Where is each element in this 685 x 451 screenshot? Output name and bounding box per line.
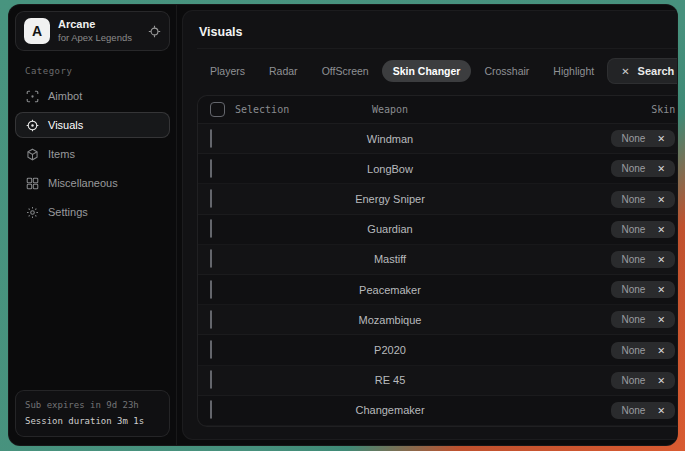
layout-grid-icon bbox=[26, 177, 39, 190]
tab-radar[interactable]: Radar bbox=[258, 60, 309, 82]
skin-value: None bbox=[621, 345, 645, 356]
table-row: RE 45 None ✕ bbox=[198, 366, 678, 396]
row-checkbox[interactable] bbox=[210, 340, 212, 359]
table-row: Changemaker None ✕ bbox=[198, 396, 678, 426]
skin-select-badge[interactable]: None ✕ bbox=[611, 130, 675, 147]
skin-select-badge[interactable]: None ✕ bbox=[611, 160, 675, 177]
eye-crosshair-icon bbox=[26, 119, 39, 132]
sidebar-item-label: Settings bbox=[48, 206, 88, 218]
skin-select-badge[interactable]: None ✕ bbox=[611, 191, 675, 208]
row-selection-cell bbox=[210, 341, 310, 359]
clear-skin-icon[interactable]: ✕ bbox=[657, 284, 665, 295]
skin-cell: None ✕ bbox=[470, 402, 675, 419]
weapon-name: Mastiff bbox=[310, 253, 470, 265]
row-selection-cell bbox=[210, 190, 310, 208]
tab-skin-changer[interactable]: Skin Changer bbox=[382, 60, 472, 82]
row-selection-cell bbox=[210, 130, 310, 148]
skin-value: None bbox=[621, 405, 645, 416]
clear-skin-icon[interactable]: ✕ bbox=[657, 314, 665, 325]
weapon-name: Guardian bbox=[310, 223, 470, 235]
target-icon[interactable] bbox=[148, 25, 161, 38]
main-area: Visuals Players Radar OffScreen Skin Cha… bbox=[177, 5, 678, 445]
search-button[interactable]: ✕ Search bbox=[607, 58, 678, 84]
skin-cell: None ✕ bbox=[470, 372, 675, 389]
skin-cell: None ✕ bbox=[470, 281, 675, 298]
clear-skin-icon[interactable]: ✕ bbox=[657, 254, 665, 265]
skin-cell: None ✕ bbox=[470, 191, 675, 208]
tab-highlight[interactable]: Highlight bbox=[542, 60, 605, 82]
clear-skin-icon[interactable]: ✕ bbox=[657, 405, 665, 416]
clear-skin-icon[interactable]: ✕ bbox=[657, 224, 665, 235]
skin-cell: None ✕ bbox=[470, 130, 675, 147]
tabs-row: Players Radar OffScreen Skin Changer Cro… bbox=[197, 49, 678, 93]
table-row: Guardian None ✕ bbox=[198, 215, 678, 245]
skin-select-badge[interactable]: None ✕ bbox=[611, 221, 675, 238]
skin-value: None bbox=[621, 254, 645, 265]
row-selection-cell bbox=[210, 311, 310, 329]
column-weapon: Weapon bbox=[310, 104, 470, 115]
sidebar-nav: Aimbot Visuals bbox=[15, 83, 170, 225]
table-row: Energy Sniper None ✕ bbox=[198, 184, 678, 214]
skin-cell: None ✕ bbox=[470, 311, 675, 328]
clear-skin-icon[interactable]: ✕ bbox=[657, 133, 665, 144]
sidebar-item-settings[interactable]: Settings bbox=[15, 199, 170, 225]
row-checkbox[interactable] bbox=[210, 370, 212, 389]
row-checkbox[interactable] bbox=[210, 249, 212, 268]
column-skin: Skin bbox=[470, 104, 675, 115]
row-selection-cell bbox=[210, 401, 310, 419]
tab-crosshair[interactable]: Crosshair bbox=[473, 60, 540, 82]
row-checkbox[interactable] bbox=[210, 189, 212, 208]
row-selection-cell bbox=[210, 371, 310, 389]
table-row: Peacemaker None ✕ bbox=[198, 275, 678, 305]
sidebar-item-aimbot[interactable]: Aimbot bbox=[15, 83, 170, 109]
tab-players[interactable]: Players bbox=[199, 60, 256, 82]
skin-value: None bbox=[621, 375, 645, 386]
viewfinder-icon bbox=[26, 90, 39, 103]
sidebar-item-visuals[interactable]: Visuals bbox=[15, 112, 170, 138]
sidebar-item-miscellaneous[interactable]: Miscellaneous bbox=[15, 170, 170, 196]
row-selection-cell bbox=[210, 220, 310, 238]
clear-skin-icon[interactable]: ✕ bbox=[657, 163, 665, 174]
skin-select-badge[interactable]: None ✕ bbox=[611, 311, 675, 328]
skin-cell: None ✕ bbox=[470, 221, 675, 238]
select-all-checkbox[interactable] bbox=[210, 102, 225, 117]
row-checkbox[interactable] bbox=[210, 219, 212, 238]
search-button-label: Search bbox=[638, 65, 675, 77]
row-checkbox[interactable] bbox=[210, 310, 212, 329]
column-selection: Selection bbox=[210, 102, 310, 117]
app-subtitle: for Apex Legends bbox=[58, 32, 140, 44]
weapon-name: Windman bbox=[310, 133, 470, 145]
skin-select-badge[interactable]: None ✕ bbox=[611, 402, 675, 419]
brand-card: A Arcane for Apex Legends bbox=[15, 11, 170, 51]
skin-value: None bbox=[621, 224, 645, 235]
skin-select-badge[interactable]: None ✕ bbox=[611, 372, 675, 389]
skin-value: None bbox=[621, 314, 645, 325]
row-selection-cell bbox=[210, 160, 310, 178]
weapon-name: Peacemaker bbox=[310, 284, 470, 296]
skin-select-badge[interactable]: None ✕ bbox=[611, 251, 675, 268]
row-checkbox[interactable] bbox=[210, 159, 212, 178]
skin-value: None bbox=[621, 194, 645, 205]
weapon-name: Mozambique bbox=[310, 314, 470, 326]
clear-skin-icon[interactable]: ✕ bbox=[657, 375, 665, 386]
row-checkbox[interactable] bbox=[210, 129, 212, 148]
skin-value: None bbox=[621, 284, 645, 295]
table-row: P2020 None ✕ bbox=[198, 335, 678, 365]
table-row: Mastiff None ✕ bbox=[198, 245, 678, 275]
clear-skin-icon[interactable]: ✕ bbox=[657, 194, 665, 205]
weapon-name: Changemaker bbox=[310, 404, 470, 416]
table-header: Selection Weapon Skin bbox=[198, 96, 678, 124]
skin-select-badge[interactable]: None ✕ bbox=[611, 342, 675, 359]
app-logo: A bbox=[24, 18, 50, 44]
tab-offscreen[interactable]: OffScreen bbox=[311, 60, 380, 82]
row-checkbox[interactable] bbox=[210, 400, 212, 419]
row-checkbox[interactable] bbox=[210, 280, 212, 299]
table-row: LongBow None ✕ bbox=[198, 154, 678, 184]
sidebar-item-items[interactable]: Items bbox=[15, 141, 170, 167]
sidebar-item-label: Items bbox=[48, 148, 75, 160]
sidebar-item-label: Miscellaneous bbox=[48, 177, 118, 189]
sidebar-item-label: Aimbot bbox=[48, 90, 82, 102]
page-title: Visuals bbox=[197, 11, 678, 49]
skin-select-badge[interactable]: None ✕ bbox=[611, 281, 675, 298]
clear-skin-icon[interactable]: ✕ bbox=[657, 345, 665, 356]
